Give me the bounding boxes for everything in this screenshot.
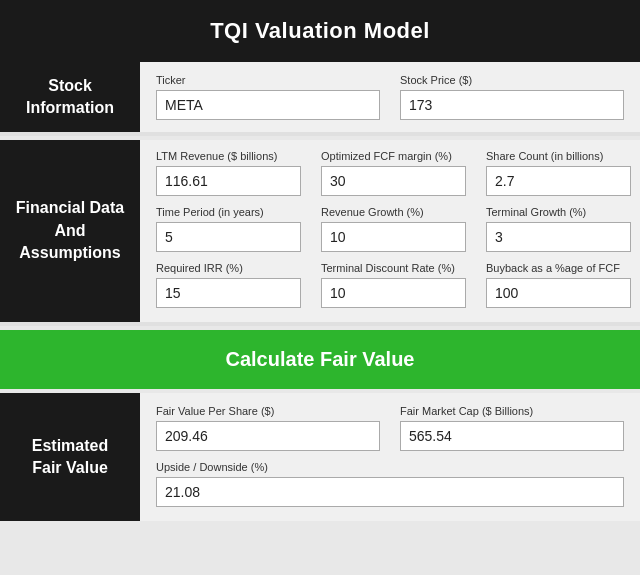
stock-price-field-group: Stock Price ($) <box>400 74 624 120</box>
financial-row-3: Required IRR (%) Terminal Discount Rate … <box>156 262 631 308</box>
fair-market-cap-group: Fair Market Cap ($ Billions) <box>400 405 624 451</box>
revenue-growth-label: Revenue Growth (%) <box>321 206 466 218</box>
financial-data-section: Financial DataAndAssumptions LTM Revenue… <box>0 140 640 326</box>
stock-section-label: StockInformation <box>0 62 140 132</box>
terminal-discount-group: Terminal Discount Rate (%) <box>321 262 466 308</box>
required-irr-group: Required IRR (%) <box>156 262 301 308</box>
ltm-revenue-input[interactable] <box>156 166 301 196</box>
ticker-field-group: Ticker <box>156 74 380 120</box>
terminal-growth-label: Terminal Growth (%) <box>486 206 631 218</box>
terminal-discount-label: Terminal Discount Rate (%) <box>321 262 466 274</box>
app-title: TQI Valuation Model <box>0 0 640 62</box>
time-period-input[interactable] <box>156 222 301 252</box>
fcf-margin-label: Optimized FCF margin (%) <box>321 150 466 162</box>
ltm-revenue-group: LTM Revenue ($ billions) <box>156 150 301 196</box>
calculate-fair-value-button[interactable]: Calculate Fair Value <box>0 330 640 389</box>
financial-section-content: LTM Revenue ($ billions) Optimized FCF m… <box>140 140 640 322</box>
terminal-discount-input[interactable] <box>321 278 466 308</box>
financial-row-1: LTM Revenue ($ billions) Optimized FCF m… <box>156 150 631 196</box>
results-section: EstimatedFair Value Fair Value Per Share… <box>0 393 640 521</box>
required-irr-label: Required IRR (%) <box>156 262 301 274</box>
stock-section-content: Ticker Stock Price ($) <box>140 62 640 132</box>
fcf-margin-input[interactable] <box>321 166 466 196</box>
upside-downside-label: Upside / Downside (%) <box>156 461 624 473</box>
fair-value-share-input[interactable] <box>156 421 380 451</box>
financial-section-label: Financial DataAndAssumptions <box>0 140 140 322</box>
time-period-group: Time Period (in years) <box>156 206 301 252</box>
results-section-content: Fair Value Per Share ($) Fair Market Cap… <box>140 393 640 521</box>
ticker-label: Ticker <box>156 74 380 86</box>
required-irr-input[interactable] <box>156 278 301 308</box>
fair-market-cap-input[interactable] <box>400 421 624 451</box>
upside-downside-group: Upside / Downside (%) <box>156 461 624 507</box>
buyback-label: Buyback as a %age of FCF <box>486 262 631 274</box>
fcf-margin-group: Optimized FCF margin (%) <box>321 150 466 196</box>
stock-information-section: StockInformation Ticker Stock Price ($) <box>0 62 640 136</box>
share-count-input[interactable] <box>486 166 631 196</box>
stock-price-input[interactable] <box>400 90 624 120</box>
stock-price-label: Stock Price ($) <box>400 74 624 86</box>
time-period-label: Time Period (in years) <box>156 206 301 218</box>
buyback-input[interactable] <box>486 278 631 308</box>
revenue-growth-input[interactable] <box>321 222 466 252</box>
fair-value-share-group: Fair Value Per Share ($) <box>156 405 380 451</box>
upside-downside-input[interactable] <box>156 477 624 507</box>
terminal-growth-group: Terminal Growth (%) <box>486 206 631 252</box>
results-section-label: EstimatedFair Value <box>0 393 140 521</box>
ticker-input[interactable] <box>156 90 380 120</box>
share-count-group: Share Count (in billions) <box>486 150 631 196</box>
revenue-growth-group: Revenue Growth (%) <box>321 206 466 252</box>
terminal-growth-input[interactable] <box>486 222 631 252</box>
financial-row-2: Time Period (in years) Revenue Growth (%… <box>156 206 631 252</box>
buyback-group: Buyback as a %age of FCF <box>486 262 631 308</box>
ltm-revenue-label: LTM Revenue ($ billions) <box>156 150 301 162</box>
fair-market-cap-label: Fair Market Cap ($ Billions) <box>400 405 624 417</box>
share-count-label: Share Count (in billions) <box>486 150 631 162</box>
fair-value-share-label: Fair Value Per Share ($) <box>156 405 380 417</box>
